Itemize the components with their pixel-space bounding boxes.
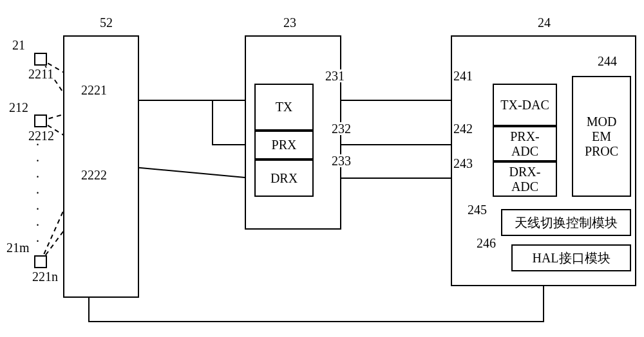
drx-adc-label: DRX- ADC xyxy=(494,163,556,196)
modem-id: 244 xyxy=(598,55,617,68)
antenna-m-id: 21m xyxy=(6,241,30,254)
antenna-2-box xyxy=(34,114,47,127)
prx-adc-label: PRX- ADC xyxy=(494,127,556,160)
prx-block: PRX xyxy=(254,131,314,159)
drx-adc-block: DRX- ADC xyxy=(493,161,557,197)
switch-port-1: 2221 xyxy=(81,84,107,96)
hal-id: 246 xyxy=(477,237,496,250)
antenna-1-inner: 2211 xyxy=(28,68,53,80)
baseband-title: 24 xyxy=(538,16,551,29)
prx-adc-block: PRX- ADC xyxy=(493,126,557,161)
prx-label: PRX xyxy=(256,132,312,158)
tx-dac-block: TX-DAC xyxy=(493,84,557,126)
drx-block: DRX xyxy=(254,159,314,197)
antenna-2-inner: 2212 xyxy=(28,129,54,142)
prx-adc-id: 242 xyxy=(453,122,473,135)
tx-id: 231 xyxy=(325,69,345,82)
antenna-1-box xyxy=(34,53,47,66)
antenna-2-id: 212 xyxy=(9,101,28,114)
modem-block: MOD EM PROC xyxy=(572,76,631,197)
tx-dac-label: TX-DAC xyxy=(494,85,556,125)
dots-icon: · xyxy=(36,219,39,232)
antenna-m-inner: 221n xyxy=(32,270,58,283)
antenna-ctrl-label: 天线切换控制模块 xyxy=(502,210,630,235)
antenna-ctrl-id: 245 xyxy=(468,203,487,216)
hal-block: HAL接口模块 xyxy=(511,244,631,271)
drx-adc-id: 243 xyxy=(453,157,473,170)
dots-icon: · xyxy=(36,170,39,183)
drx-id: 233 xyxy=(332,154,351,167)
modem-label: MOD EM PROC xyxy=(573,77,630,196)
drx-label: DRX xyxy=(256,161,312,196)
tx-dac-id: 241 xyxy=(453,69,473,82)
switch-title: 52 xyxy=(100,16,113,29)
dots-icon: · xyxy=(36,203,39,215)
dots-icon: · xyxy=(36,235,39,248)
diagram-stage: 52 · · · · · · · 21 2211 212 2212 21m 22… xyxy=(0,0,644,337)
dots-icon: · xyxy=(36,154,39,167)
transceiver-title: 23 xyxy=(283,16,296,29)
antenna-1-id: 21 xyxy=(12,39,25,51)
hal-label: HAL接口模块 xyxy=(513,246,630,270)
tx-block: TX xyxy=(254,84,314,131)
switch-container xyxy=(63,35,139,298)
tx-label: TX xyxy=(256,85,312,129)
switch-port-2: 2222 xyxy=(81,168,107,181)
antenna-m-box xyxy=(34,255,47,268)
antenna-ctrl-block: 天线切换控制模块 xyxy=(501,209,631,236)
dots-icon: · xyxy=(36,187,39,199)
prx-id: 232 xyxy=(332,122,351,135)
